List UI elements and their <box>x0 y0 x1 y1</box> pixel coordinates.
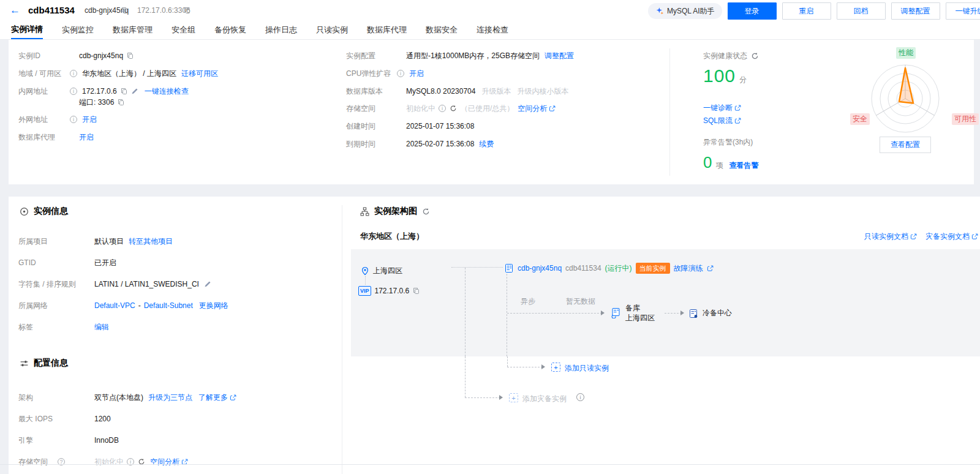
external-link-icon <box>734 118 741 124</box>
copy-icon[interactable] <box>184 7 190 14</box>
ai-assistant-label: MySQL AI助手 <box>667 6 715 17</box>
charset-label: 字符集 / 排序规则 <box>18 279 94 290</box>
sql-throttle-link[interactable]: SQL限流 <box>703 116 733 126</box>
tab-data-security[interactable]: 数据安全 <box>426 21 458 39</box>
add-readonly-plus-icon[interactable] <box>551 363 560 372</box>
add-dr-plus-icon[interactable] <box>509 393 518 402</box>
instance-endpoint: 172.17.0.6:3306 <box>137 6 190 15</box>
tab-instance-detail[interactable]: 实例详情 <box>11 21 43 39</box>
learn-more-link[interactable]: 了解更多 <box>198 393 228 403</box>
edit-pencil-icon[interactable] <box>131 88 138 95</box>
divider <box>669 48 670 176</box>
external-link-icon <box>910 233 917 240</box>
info-icon[interactable] <box>70 88 77 95</box>
radar-axis-security: 安全 <box>850 113 870 125</box>
adjust-config-button[interactable]: 调整配置 <box>891 2 940 20</box>
instance-id-label: 实例ID <box>18 51 79 61</box>
restart-button[interactable]: 重启 <box>782 2 831 20</box>
mysql-ai-assistant-button[interactable]: MySQL AI助手 <box>648 3 722 19</box>
engine-label: 引擎 <box>18 435 94 446</box>
vpc-link[interactable]: Default-VPC <box>94 301 135 310</box>
refresh-icon[interactable] <box>751 52 759 60</box>
standby-zone: 上海四区 <box>625 314 655 322</box>
health-radar-chart: 性能 安全 可用性 <box>848 45 980 134</box>
refresh-icon[interactable] <box>450 105 457 112</box>
rollback-button[interactable]: 回档 <box>837 2 886 20</box>
one-click-diagnose-link[interactable]: 一键诊断 <box>703 103 733 113</box>
radar-rings <box>856 50 954 148</box>
database-icon <box>504 263 514 273</box>
space-analysis-link[interactable]: 空间分析 <box>150 457 179 467</box>
connector <box>465 397 500 398</box>
migrate-az-link[interactable]: 迁移可用区 <box>181 69 218 79</box>
arrow-icon <box>601 310 605 315</box>
refresh-icon[interactable] <box>422 208 430 216</box>
add-readonly-link[interactable]: 添加只读实例 <box>565 363 609 374</box>
adjust-config-link[interactable]: 调整配置 <box>545 51 574 61</box>
info-icon[interactable] <box>576 393 584 401</box>
renew-link[interactable]: 续费 <box>479 139 494 149</box>
tab-backup-restore[interactable]: 备份恢复 <box>214 21 246 39</box>
iops-label: 最大 IOPS <box>18 414 94 424</box>
standby-database-icon <box>611 307 621 318</box>
config-info-title: 配置信息 <box>34 358 68 369</box>
view-config-button[interactable]: 查看配置 <box>880 137 931 153</box>
info-icon[interactable] <box>70 116 77 123</box>
main-instance-status: (运行中) <box>605 263 632 274</box>
engine-value: InnoDB <box>94 436 119 445</box>
tab-database-management[interactable]: 数据库管理 <box>113 21 153 39</box>
config-info-icon <box>20 359 29 368</box>
main-instance-name-link[interactable]: cdb-gnjx45nq <box>518 264 562 273</box>
enable-public-net-link[interactable]: 开启 <box>82 115 97 125</box>
upgrade-three-node-link[interactable]: 升级为三节点 <box>148 393 192 403</box>
sync-delay: 暂无数据 <box>566 296 595 307</box>
change-network-link[interactable]: 更换网络 <box>199 301 228 311</box>
tab-operation-log[interactable]: 操作日志 <box>265 21 297 39</box>
tab-security-group[interactable]: 安全组 <box>172 21 195 39</box>
arrow-icon <box>499 395 503 400</box>
storage-usage-hint: （已使用/总共） <box>461 103 514 114</box>
info-icon[interactable] <box>439 105 446 112</box>
enable-cpu-scale-link[interactable]: 开启 <box>409 69 424 79</box>
view-alarm-link[interactable]: 查看告警 <box>729 160 758 171</box>
readonly-doc-link[interactable]: 只读实例文档 <box>864 231 908 242</box>
tab-database-proxy[interactable]: 数据库代理 <box>367 21 407 39</box>
move-project-link[interactable]: 转至其他项目 <box>129 236 173 247</box>
enable-proxy-link[interactable]: 开启 <box>79 132 94 143</box>
external-link-icon <box>230 394 236 401</box>
space-analysis-link[interactable]: 空间分析 <box>518 103 547 114</box>
dr-doc-link[interactable]: 灾备实例文档 <box>925 231 970 242</box>
storage-label: 存储空间 <box>346 103 406 114</box>
copy-icon[interactable] <box>121 88 127 95</box>
tab-instance-monitor[interactable]: 实例监控 <box>62 21 94 39</box>
tab-connection-check[interactable]: 连接检查 <box>477 21 508 39</box>
upgrade-minor-version-link[interactable]: 升级内核小版本 <box>517 86 568 97</box>
health-score: 100 <box>703 66 736 86</box>
connection-check-link[interactable]: 一键连接检查 <box>145 86 189 97</box>
copy-icon[interactable] <box>413 287 420 295</box>
connector <box>507 274 507 356</box>
copy-icon[interactable] <box>118 99 124 106</box>
info-icon[interactable] <box>70 70 77 77</box>
connector <box>465 356 466 397</box>
edit-tag-link[interactable]: 编辑 <box>94 322 109 333</box>
tab-readonly-instance[interactable]: 只读实例 <box>316 21 348 39</box>
current-instance-badge: 当前实例 <box>636 263 670 274</box>
back-arrow-icon[interactable]: ← <box>10 4 20 17</box>
private-net-label: 内网地址 <box>18 86 70 97</box>
arrow-icon <box>680 310 684 315</box>
created-label: 创建时间 <box>346 121 406 132</box>
info-icon[interactable] <box>397 70 404 77</box>
external-link-icon <box>707 265 714 272</box>
radar-axis-performance: 性能 <box>896 47 916 59</box>
edit-pencil-icon[interactable] <box>204 280 211 288</box>
login-button[interactable]: 登录 <box>728 2 777 20</box>
cold-backup-icon <box>688 309 698 318</box>
subnet-link[interactable]: Default-Subnet <box>144 301 193 310</box>
connector <box>365 276 366 285</box>
one-click-upgrade-button[interactable]: 一键升级 NEW <box>946 2 980 20</box>
copy-icon[interactable] <box>127 52 134 59</box>
fault-drill-link[interactable]: 故障演练 <box>674 263 703 274</box>
copy-icon[interactable] <box>121 7 128 14</box>
upgrade-version-link[interactable]: 升级版本 <box>481 86 511 97</box>
